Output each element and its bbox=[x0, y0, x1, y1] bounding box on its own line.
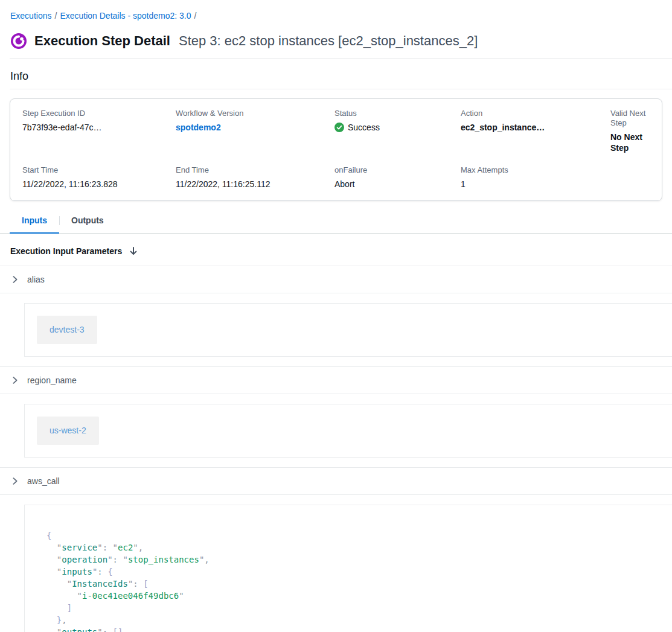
status-badge: Success bbox=[334, 122, 461, 133]
section-body-alias: devtest-3 bbox=[0, 293, 672, 366]
params-header-label: Execution Input Parameters bbox=[10, 246, 122, 257]
field-label: Workflow & Version bbox=[176, 109, 334, 118]
section-label: aws_call bbox=[27, 476, 60, 487]
aws-call-json-code: { "service": "ec2", "operation": "stop_i… bbox=[46, 529, 650, 632]
field-label: Status bbox=[334, 109, 461, 118]
arrow-down-icon[interactable] bbox=[129, 246, 138, 256]
code-line: { bbox=[46, 529, 650, 541]
field-label: Max Attempts bbox=[461, 165, 610, 175]
field-value: No Next Step bbox=[610, 132, 650, 153]
tabs: Inputs Outputs bbox=[0, 209, 672, 234]
section-label: region_name bbox=[27, 375, 77, 386]
field-end-time: End Time 11/22/2022, 11:16:25.112 bbox=[176, 165, 334, 190]
aws-call-json-panel: { "service": "ec2", "operation": "stop_i… bbox=[24, 505, 672, 632]
field-value: 11/22/2022, 11:16:25.112 bbox=[176, 179, 334, 190]
section-header-alias[interactable]: alias bbox=[0, 266, 672, 293]
chevron-right-icon bbox=[11, 275, 19, 284]
section-body-aws-call: { "service": "ec2", "operation": "stop_i… bbox=[0, 495, 672, 632]
field-max-attempts: Max Attempts 1 bbox=[461, 165, 610, 190]
field-label: Step Execution ID bbox=[22, 109, 176, 118]
field-status: Status Success bbox=[334, 109, 461, 153]
breadcrumb-separator: / bbox=[194, 11, 197, 21]
code-line: "service": "ec2", bbox=[46, 541, 650, 554]
section-header-aws-call[interactable]: aws_call bbox=[0, 468, 672, 495]
code-line: "operation": "stop_instances", bbox=[46, 554, 650, 566]
breadcrumb: Executions/Execution Details - spotdemo2… bbox=[10, 10, 662, 22]
field-start-time: Start Time 11/22/2022, 11:16:23.828 bbox=[22, 165, 176, 190]
field-value: Abort bbox=[334, 179, 461, 190]
success-check-icon bbox=[334, 123, 344, 132]
breadcrumb-separator: / bbox=[54, 11, 57, 21]
field-step-execution-id: Step Execution ID 7b73f93e-edaf-47c… bbox=[22, 109, 176, 153]
param-section-alias: alias devtest-3 bbox=[0, 266, 672, 367]
field-value: ec2_stop_instance… bbox=[461, 122, 610, 133]
workflow-link[interactable]: spotdemo2 bbox=[176, 123, 221, 132]
field-valid-next-step: Valid Next Step No Next Step bbox=[610, 109, 650, 153]
section-header-region-name[interactable]: region_name bbox=[0, 367, 672, 394]
param-section-region-name: region_name us-west-2 bbox=[0, 367, 672, 468]
chevron-right-icon bbox=[11, 477, 19, 485]
page-title: Execution Step Detail bbox=[34, 32, 170, 50]
breadcrumb-link-execution-details[interactable]: Execution Details - spotdemo2: 3.0 bbox=[60, 11, 191, 21]
page-subtitle: Step 3: ec2 stop instances [ec2_stop_ins… bbox=[179, 32, 478, 50]
app-logo-icon bbox=[10, 33, 27, 49]
field-value: 11/22/2022, 11:16:23.828 bbox=[22, 179, 176, 190]
info-section-title: Info bbox=[10, 69, 662, 83]
field-value: 1 bbox=[461, 179, 610, 190]
field-action: Action ec2_stop_instance… bbox=[461, 109, 610, 153]
code-line: ] bbox=[46, 602, 650, 614]
field-label: End Time bbox=[176, 165, 334, 175]
code-line: "outputs": [] bbox=[46, 626, 650, 632]
alias-panel: devtest-3 bbox=[24, 303, 672, 357]
page: Executions/Execution Details - spotdemo2… bbox=[0, 10, 672, 632]
field-onfailure: onFailure Abort bbox=[334, 165, 461, 190]
field-label: onFailure bbox=[334, 165, 461, 175]
alias-value-chip[interactable]: devtest-3 bbox=[37, 316, 97, 344]
field-workflow-version: Workflow & Version spotdemo2 bbox=[176, 109, 334, 153]
code-line: "InstanceIds": [ bbox=[46, 578, 650, 590]
field-label: Action bbox=[461, 109, 610, 118]
breadcrumb-link-executions[interactable]: Executions bbox=[10, 11, 51, 21]
info-card: Step Execution ID 7b73f93e-edaf-47c… Wor… bbox=[10, 98, 662, 201]
divider bbox=[10, 58, 672, 59]
field-value: 7b73f93e-edaf-47c… bbox=[22, 122, 176, 133]
tab-inputs[interactable]: Inputs bbox=[10, 209, 59, 233]
code-line: "i-0ec41ee046f49dbc6" bbox=[46, 590, 650, 602]
tab-outputs[interactable]: Outputs bbox=[59, 209, 116, 233]
divider bbox=[10, 89, 672, 89]
field-label: Valid Next Step bbox=[610, 109, 650, 128]
code-line: "inputs": { bbox=[46, 566, 650, 578]
chevron-right-icon bbox=[11, 376, 19, 385]
section-label: alias bbox=[27, 274, 45, 285]
field-label: Start Time bbox=[22, 165, 176, 175]
region-name-value-chip[interactable]: us-west-2 bbox=[37, 417, 99, 445]
execution-input-parameters-header: Execution Input Parameters bbox=[0, 234, 672, 266]
region-name-panel: us-west-2 bbox=[24, 404, 672, 458]
code-line: }, bbox=[46, 614, 650, 626]
section-body-region-name: us-west-2 bbox=[0, 394, 672, 467]
param-section-aws-call: aws_call { "service": "ec2", "operation"… bbox=[0, 468, 672, 632]
status-text: Success bbox=[348, 122, 380, 133]
page-header: Execution Step Detail Step 3: ec2 stop i… bbox=[10, 32, 662, 50]
